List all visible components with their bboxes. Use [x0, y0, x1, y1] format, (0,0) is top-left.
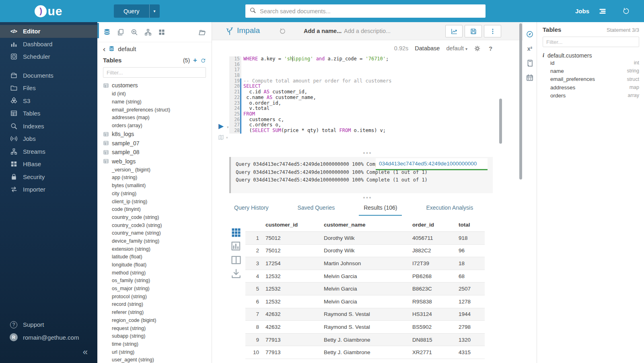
column-header[interactable]: order_id — [412, 222, 459, 228]
new-query-button[interactable]: Query ▾ — [114, 4, 160, 18]
sidebar-item-files[interactable]: Files — [0, 82, 97, 95]
assist-column[interactable]: user_agent (string) — [103, 356, 206, 363]
grid-view-icon[interactable] — [230, 233, 242, 240]
code-line[interactable]: -- Compute total amount per order for al… — [243, 78, 391, 84]
code-line[interactable]: (SELECT SUM(price * qty) total FROM o.it… — [243, 128, 391, 134]
query-id-link[interactable]: 034d413ec7474ed5:4249de1000000000 — [379, 161, 477, 167]
sitemap-icon[interactable] — [144, 28, 152, 36]
assist-column[interactable]: time (string) — [103, 340, 206, 348]
language-reference-icon[interactable] — [523, 56, 537, 70]
assist-column[interactable]: country_code (string) — [103, 213, 206, 221]
assist-column[interactable]: id (int) — [103, 90, 206, 98]
code-line[interactable]: v.total — [243, 106, 391, 111]
save-button[interactable] — [465, 25, 482, 37]
sidebar-item-documents[interactable]: Documents — [0, 69, 97, 82]
column-header[interactable]: customer_name — [324, 222, 412, 228]
code-line[interactable]: WHERE a.key = 'shipping' and a.zip_code … — [243, 56, 391, 62]
database-select[interactable]: default ▾ — [446, 45, 467, 52]
assist-column[interactable]: request (string) — [103, 324, 206, 332]
assist-column[interactable]: os_major (string) — [103, 285, 206, 293]
code-line[interactable]: SELECT — [243, 84, 391, 89]
sidebar-item-hbase[interactable]: HBase — [0, 158, 97, 171]
sidebar-item-s3[interactable]: S3 — [0, 95, 97, 107]
sidebar-item-security[interactable]: Security — [0, 171, 97, 184]
assist-column[interactable]: region_code (bigint) — [103, 316, 206, 324]
right-column-row[interactable]: ordersarray — [543, 91, 639, 99]
refresh-icon[interactable] — [200, 58, 206, 63]
assist-table-sample_08[interactable]: sample_08 — [103, 148, 206, 157]
right-filter-input[interactable] — [543, 37, 639, 47]
query-name-field[interactable]: Add a name... — [304, 28, 342, 34]
query-button-label[interactable]: Query — [114, 4, 149, 18]
folder-icon[interactable] — [198, 28, 206, 36]
code-line[interactable]: c.id AS customer_id, — [243, 89, 391, 95]
global-search[interactable] — [245, 4, 486, 18]
query-description-field[interactable]: Add a descriptio... — [344, 28, 391, 34]
documents-icon[interactable] — [117, 28, 125, 36]
presentation-caret[interactable]: ▾ — [226, 136, 228, 140]
code-line[interactable] — [243, 67, 391, 73]
tab-query-history[interactable]: Query History — [229, 200, 274, 216]
resize-handle-2[interactable]: ●●● — [212, 196, 523, 199]
code-line[interactable]: o.order_id, — [243, 101, 391, 106]
more-actions-button[interactable] — [484, 25, 501, 37]
assist-column[interactable]: referer (string) — [103, 308, 206, 316]
code-line[interactable]: c.orders o, — [243, 122, 391, 128]
assist-column[interactable]: device_family (string) — [103, 237, 206, 245]
assist-column[interactable]: country_code3 (string) — [103, 221, 206, 229]
chart-button[interactable] — [445, 25, 463, 37]
assist-column[interactable]: record (string) — [103, 301, 206, 309]
editor-code[interactable]: WHERE a.key = 'shipping' and a.zip_code … — [243, 56, 391, 134]
back-chevron[interactable]: ‹ — [103, 46, 105, 52]
assist-column[interactable]: os_family (string) — [103, 277, 206, 285]
assist-table-k8s_logs[interactable]: k8s_logs — [103, 130, 206, 139]
query-history-icon[interactable] — [279, 28, 286, 35]
sidebar-item-streams[interactable]: Streams — [0, 145, 97, 158]
tab-execution-analysis[interactable]: Execution Analysis — [421, 200, 478, 216]
execute-query-button[interactable]: ▶ — [218, 123, 224, 130]
assist-column[interactable]: email_preferences (struct) — [103, 106, 206, 114]
right-column-row[interactable]: email_preferencesstruct — [543, 75, 639, 83]
active-table-name[interactable]: default.customers — [547, 52, 592, 59]
assist-column[interactable]: code (tinyint) — [103, 205, 206, 213]
assist-table-sample_07[interactable]: sample_07 — [103, 138, 206, 148]
column-header[interactable]: customer_id — [265, 222, 324, 228]
assist-column[interactable]: method (string) — [103, 269, 206, 277]
editor-scrollbar[interactable] — [499, 99, 502, 144]
code-line[interactable] — [243, 62, 391, 68]
sidebar-item-scheduler[interactable]: Scheduler — [0, 50, 97, 63]
columns-view-icon[interactable] — [230, 260, 242, 267]
resize-handle[interactable]: ●●● — [212, 151, 523, 155]
sidebar-item-user[interactable]: Rromain@gethue.com — [0, 331, 97, 344]
assist-column[interactable]: addresses (map) — [103, 114, 206, 122]
assist-column[interactable]: latitude (float) — [103, 253, 206, 261]
tab-saved-queries[interactable]: Saved Queries — [293, 200, 340, 216]
sidebar-item-tables[interactable]: Tables — [0, 107, 97, 120]
code-line[interactable]: FROM — [243, 111, 391, 117]
history-icon[interactable] — [622, 7, 630, 15]
assist-column[interactable]: country_name (string) — [103, 229, 206, 237]
navigator-compass-icon[interactable] — [523, 27, 537, 41]
column-header[interactable]: total — [459, 222, 485, 228]
right-column-row[interactable]: namestring — [543, 67, 639, 75]
sidebar-item-editor[interactable]: </>Editor — [0, 25, 97, 38]
apps-icon[interactable] — [158, 28, 166, 36]
download-icon[interactable] — [230, 274, 242, 281]
database-breadcrumb[interactable]: default — [118, 45, 136, 52]
presentation-mode-icon[interactable] — [218, 134, 224, 141]
assist-column[interactable]: app (string) — [103, 174, 206, 182]
assist-column[interactable]: protocol (string) — [103, 293, 206, 301]
sidebar-item-indexes[interactable]: Indexes — [0, 120, 97, 133]
assist-column[interactable]: city (string) — [103, 190, 206, 198]
schedule-icon[interactable] — [523, 70, 537, 85]
assist-table-web_logs[interactable]: web_logs — [103, 157, 206, 166]
query-dropdown-caret[interactable]: ▾ — [149, 4, 160, 18]
hue-logo[interactable]: ) ue — [0, 0, 97, 22]
chart-view-icon[interactable]: ▾ — [230, 247, 242, 254]
code-line[interactable] — [243, 73, 391, 78]
help-icon[interactable]: ? — [487, 45, 494, 52]
right-column-row[interactable]: idint — [543, 59, 639, 67]
assist-table-customers[interactable]: customers — [103, 81, 206, 90]
sidebar-item-support[interactable]: ?Support — [0, 318, 97, 331]
assist-column[interactable]: client_ip (string) — [103, 198, 206, 206]
